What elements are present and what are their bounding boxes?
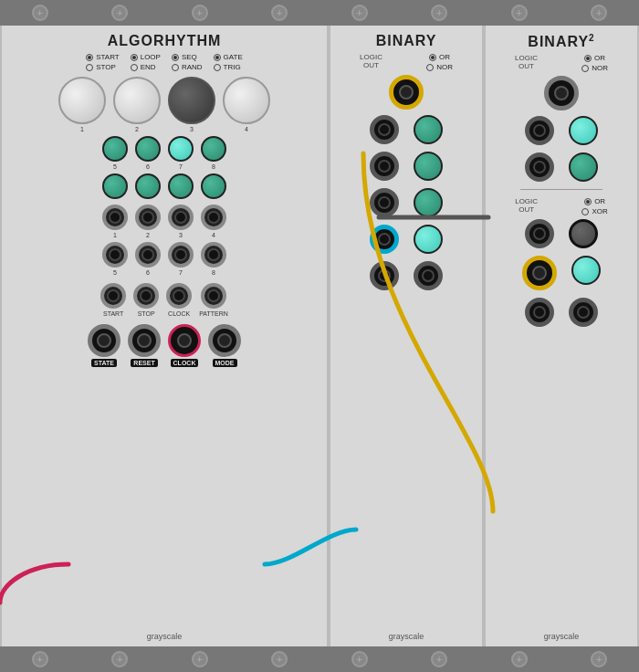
b2-yellow-out[interactable] xyxy=(522,256,557,290)
step-knob-s1[interactable] xyxy=(102,173,128,199)
cv-jack-4[interactable] xyxy=(201,205,226,230)
cv-jack-7-col: 7 xyxy=(168,242,194,276)
clock-bottom-label: CLOCK xyxy=(171,359,199,367)
cv-7-label: 7 xyxy=(179,269,183,276)
b2-nor-radio[interactable]: NOR xyxy=(581,64,608,72)
radio-end[interactable]: END xyxy=(131,63,161,71)
binary-in-2b[interactable] xyxy=(414,152,443,181)
cv-jack-6[interactable] xyxy=(135,242,161,268)
mode-jack-large[interactable] xyxy=(208,324,241,357)
binary-in-2[interactable] xyxy=(370,152,399,181)
radio-loop[interactable]: LOOP xyxy=(131,53,161,61)
b2-out-jack[interactable] xyxy=(544,76,579,110)
start-jack-col: START xyxy=(100,283,126,317)
radio-stop[interactable]: STOP xyxy=(86,63,119,71)
b2-s2-in-1b[interactable] xyxy=(569,219,598,248)
clock-bottom-jack[interactable] xyxy=(168,324,201,357)
step-knob-s2[interactable] xyxy=(135,173,161,199)
b2-or-radio[interactable]: OR xyxy=(584,54,605,62)
pattern-jack[interactable] xyxy=(201,283,226,309)
binary-nor-radio[interactable]: NOR xyxy=(426,63,453,71)
clock-bottom-jack-col: CLOCK xyxy=(168,324,201,367)
step-5-label: 5 xyxy=(113,163,117,170)
step-knob-s4[interactable] xyxy=(201,173,226,199)
b2-in-1b[interactable] xyxy=(569,116,598,145)
b2-s2-in-1[interactable] xyxy=(525,219,554,248)
step-5-col: 5 xyxy=(102,136,128,170)
radio-trig-dot xyxy=(214,64,221,71)
step-knob-5[interactable] xyxy=(102,136,128,162)
radio-gate[interactable]: GATE xyxy=(214,53,243,61)
reset-jack-col: RESET xyxy=(128,324,161,367)
binary-in-5b[interactable] xyxy=(414,261,443,290)
step-knob-6[interactable] xyxy=(135,136,161,162)
module-binary: BINARY LOGIC OUT OR NOR xyxy=(329,26,484,646)
screw-b4 xyxy=(271,651,288,667)
binary-logic-label: LOGIC xyxy=(360,53,382,61)
state-jack-large[interactable] xyxy=(88,324,120,357)
b2-s2-in-3[interactable] xyxy=(525,298,554,327)
binary-in-5[interactable] xyxy=(370,261,399,290)
step-4-label: 4 xyxy=(245,126,248,132)
b2-xor-radio[interactable]: XOR xyxy=(581,207,607,215)
step-7-col: 7 xyxy=(168,136,194,170)
binary-in-3[interactable] xyxy=(370,188,399,217)
step-knob-s3[interactable] xyxy=(168,173,194,199)
cv-jack-1[interactable] xyxy=(102,205,128,230)
stop-jack[interactable] xyxy=(133,283,159,309)
cv-3-label: 3 xyxy=(179,232,183,238)
radio-end-dot xyxy=(131,64,138,71)
step-knobs-1-4: 1 2 3 4 xyxy=(58,77,270,132)
binary-in-3b[interactable] xyxy=(414,188,443,217)
radio-start-dot xyxy=(86,54,93,61)
step-7-label: 7 xyxy=(179,163,183,170)
step-knob-2[interactable] xyxy=(113,77,161,124)
b2-s2-in-3b[interactable] xyxy=(569,298,598,327)
state-label: STATE xyxy=(91,359,117,367)
radio-loop-label: LOOP xyxy=(141,53,161,61)
clock-jack[interactable] xyxy=(166,283,192,309)
b2-in-2[interactable] xyxy=(525,152,554,182)
cv-jack-8[interactable] xyxy=(201,242,226,268)
cv-jacks-1-4: 1 2 3 4 xyxy=(102,205,226,238)
step-knob-7[interactable] xyxy=(168,136,194,162)
mode-label: MODE xyxy=(213,359,237,367)
algorhythm-title: ALGORHYTHM xyxy=(108,33,222,49)
cv-jack-5[interactable] xyxy=(102,242,128,268)
radio-start-stop: START STOP xyxy=(86,53,119,71)
cv-jack-2-col: 2 xyxy=(135,205,161,238)
cv-jack-7[interactable] xyxy=(168,242,194,268)
module-binary2: BINARY2 LOGIC OUT OR NOR xyxy=(484,26,639,646)
binary-in-4b[interactable] xyxy=(414,225,443,254)
step-knob-1[interactable] xyxy=(58,77,106,124)
radio-trig[interactable]: TRIG xyxy=(214,63,243,71)
binary-in-1b[interactable] xyxy=(414,115,443,144)
b2-in-1[interactable] xyxy=(525,116,554,145)
radio-end-label: END xyxy=(141,63,156,71)
binary-in-1[interactable] xyxy=(370,115,399,144)
step-2-label: 2 xyxy=(135,126,139,132)
b2-or2-radio[interactable]: OR xyxy=(584,197,605,205)
step-3-col: 3 xyxy=(168,77,215,132)
screw-7 xyxy=(511,5,528,21)
rack: ALGORHYTHM START STOP xyxy=(0,0,639,672)
b2-logic2-label: LOGIC xyxy=(515,197,538,205)
b2-in-2b[interactable] xyxy=(569,152,598,182)
step-s4-col xyxy=(201,173,226,201)
binary-nor-dot xyxy=(426,64,434,71)
binary-or-radio[interactable]: OR xyxy=(429,53,450,61)
binary-in-4[interactable] xyxy=(370,225,399,254)
radio-start[interactable]: START xyxy=(86,53,119,61)
step-knob-4[interactable] xyxy=(223,77,270,124)
step-knob-8[interactable] xyxy=(201,136,226,162)
radio-rand[interactable]: RAND xyxy=(172,63,203,71)
step-knob-3[interactable] xyxy=(168,77,215,124)
radio-seq[interactable]: SEQ xyxy=(172,53,203,61)
binary-out-jack[interactable] xyxy=(389,75,424,110)
reset-jack-large[interactable] xyxy=(128,324,161,357)
b2-s2-in-2b[interactable] xyxy=(571,256,601,285)
cv-jack-3[interactable] xyxy=(168,205,194,230)
cv-jack-2[interactable] xyxy=(135,205,161,230)
screw-b6 xyxy=(431,651,447,667)
start-jack[interactable] xyxy=(100,283,126,309)
